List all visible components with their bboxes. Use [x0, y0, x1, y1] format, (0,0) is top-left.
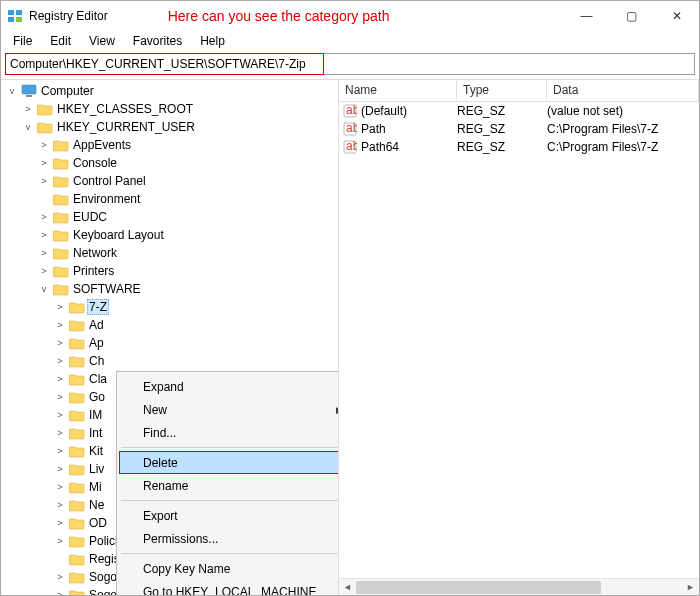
chevron-right-icon[interactable]: [53, 552, 67, 566]
chevron-right-icon[interactable]: >: [53, 354, 67, 368]
context-menu-item[interactable]: Delete: [119, 451, 339, 474]
context-menu-item[interactable]: Export: [119, 504, 339, 527]
chevron-right-icon[interactable]: >: [37, 174, 51, 188]
context-menu-item-label: Find...: [143, 426, 176, 440]
tree-node[interactable]: >Ad: [53, 316, 338, 334]
tree-node[interactable]: >Keyboard Layout: [37, 226, 338, 244]
chevron-right-icon[interactable]: >: [53, 390, 67, 404]
chevron-right-icon[interactable]: >: [53, 444, 67, 458]
scroll-right-button[interactable]: ►: [682, 579, 699, 596]
computer-icon: [21, 84, 37, 98]
tree-node[interactable]: >Console: [37, 154, 338, 172]
chevron-right-icon[interactable]: >: [53, 408, 67, 422]
registry-editor-window: Registry Editor Here can you see the cat…: [0, 0, 700, 596]
tree-node[interactable]: >Network: [37, 244, 338, 262]
value-row[interactable]: abPathREG_SZC:\Program Files\7-Z: [339, 120, 699, 138]
col-name[interactable]: Name: [339, 80, 457, 101]
chevron-right-icon[interactable]: >: [53, 336, 67, 350]
chevron-right-icon[interactable]: >: [53, 372, 67, 386]
value-type: REG_SZ: [457, 122, 547, 136]
svg-rect-5: [26, 95, 32, 97]
tree-node[interactable]: >Ch: [53, 352, 338, 370]
address-bar[interactable]: Computer\HKEY_CURRENT_USER\SOFTWARE\7-Zi…: [5, 53, 695, 75]
chevron-right-icon[interactable]: >: [53, 498, 67, 512]
value-row[interactable]: ab(Default)REG_SZ(value not set): [339, 102, 699, 120]
scroll-track[interactable]: [356, 579, 682, 596]
chevron-right-icon[interactable]: >: [53, 426, 67, 440]
context-menu-separator: [121, 553, 339, 554]
tree-node[interactable]: >Control Panel: [37, 172, 338, 190]
svg-text:ab: ab: [346, 140, 357, 153]
menu-help[interactable]: Help: [192, 32, 233, 50]
context-menu-item[interactable]: New▶: [119, 398, 339, 421]
chevron-right-icon[interactable]: >: [21, 102, 35, 116]
close-button[interactable]: ✕: [654, 1, 699, 31]
svg-rect-0: [8, 10, 14, 15]
tree-node[interactable]: >Printers: [37, 262, 338, 280]
tree-node[interactable]: >HKEY_CLASSES_ROOT: [21, 100, 338, 118]
context-menu-item[interactable]: Expand: [119, 375, 339, 398]
menu-favorites[interactable]: Favorites: [125, 32, 190, 50]
svg-text:ab: ab: [346, 122, 357, 135]
tree-node[interactable]: >EUDC: [37, 208, 338, 226]
chevron-right-icon[interactable]: >: [53, 318, 67, 332]
chevron-right-icon[interactable]: >: [37, 156, 51, 170]
context-menu-item-label: Rename: [143, 479, 188, 493]
context-menu-item[interactable]: Copy Key Name: [119, 557, 339, 580]
chevron-right-icon[interactable]: >: [53, 480, 67, 494]
column-headers: Name Type Data: [339, 80, 699, 102]
chevron-right-icon[interactable]: >: [53, 516, 67, 530]
tree-node[interactable]: >AppEvents: [37, 136, 338, 154]
chevron-down-icon[interactable]: v: [21, 120, 35, 134]
chevron-right-icon[interactable]: >: [37, 264, 51, 278]
horizontal-scrollbar[interactable]: ◄ ►: [339, 578, 699, 595]
chevron-right-icon[interactable]: >: [53, 534, 67, 548]
scroll-thumb[interactable]: [356, 581, 601, 594]
menu-edit[interactable]: Edit: [42, 32, 79, 50]
context-menu-item[interactable]: Rename: [119, 474, 339, 497]
col-type[interactable]: Type: [457, 80, 547, 101]
tree-node-label: Cla: [87, 372, 109, 386]
tree-node[interactable]: >7-Z: [53, 298, 338, 316]
context-menu-item[interactable]: Permissions...: [119, 527, 339, 550]
chevron-right-icon[interactable]: >: [37, 246, 51, 260]
chevron-right-icon[interactable]: >: [53, 570, 67, 584]
chevron-right-icon[interactable]: >: [37, 138, 51, 152]
maximize-button[interactable]: ▢: [609, 1, 654, 31]
tree-node[interactable]: vSOFTWARE: [37, 280, 338, 298]
chevron-right-icon[interactable]: >: [37, 210, 51, 224]
menu-file[interactable]: File: [5, 32, 40, 50]
context-menu-item[interactable]: Go to HKEY_LOCAL_MACHINE: [119, 580, 339, 595]
scroll-left-button[interactable]: ◄: [339, 579, 356, 596]
tree-node[interactable]: vHKEY_CURRENT_USER: [21, 118, 338, 136]
chevron-down-icon[interactable]: v: [37, 282, 51, 296]
tree-node-label: IM: [87, 408, 104, 422]
col-data[interactable]: Data: [547, 80, 699, 101]
string-value-icon: ab: [343, 140, 357, 154]
context-menu-item-label: Export: [143, 509, 178, 523]
tree-node-label: Environment: [71, 192, 142, 206]
tree-node[interactable]: >Ap: [53, 334, 338, 352]
tree-node-label: EUDC: [71, 210, 109, 224]
menu-view[interactable]: View: [81, 32, 123, 50]
chevron-right-icon[interactable]: >: [53, 462, 67, 476]
tree-node[interactable]: vComputer: [5, 82, 338, 100]
context-menu-item[interactable]: Find...: [119, 421, 339, 444]
window-title: Registry Editor: [29, 9, 108, 23]
folder-icon: [69, 390, 85, 404]
chevron-right-icon[interactable]: >: [53, 588, 67, 595]
minimize-button[interactable]: —: [564, 1, 609, 31]
tree-pane[interactable]: vComputer>HKEY_CLASSES_ROOTvHKEY_CURRENT…: [1, 80, 339, 595]
chevron-down-icon[interactable]: v: [5, 84, 19, 98]
context-menu: ExpandNew▶Find...DeleteRenameExportPermi…: [116, 371, 339, 595]
submenu-arrow-icon: ▶: [336, 405, 339, 415]
tree-node[interactable]: Environment: [37, 190, 338, 208]
chevron-right-icon[interactable]: >: [37, 228, 51, 242]
value-row[interactable]: abPath64REG_SZC:\Program Files\7-Z: [339, 138, 699, 156]
chevron-right-icon[interactable]: >: [53, 300, 67, 314]
app-icon: [7, 8, 23, 24]
string-value-icon: ab: [343, 104, 357, 118]
context-menu-separator: [121, 447, 339, 448]
chevron-right-icon[interactable]: [37, 192, 51, 206]
tree-node-label: OD: [87, 516, 109, 530]
